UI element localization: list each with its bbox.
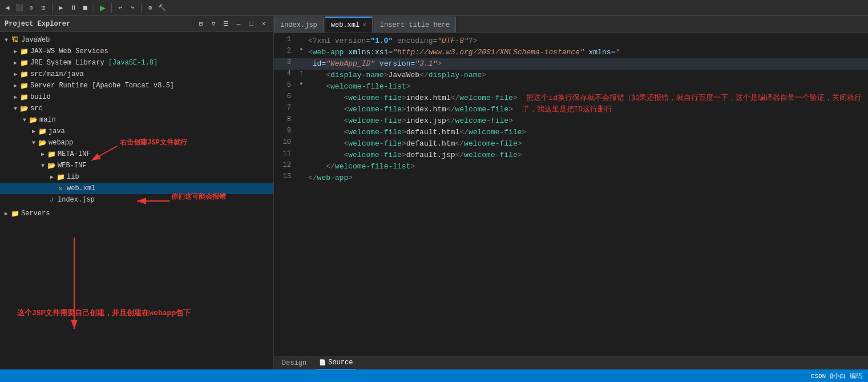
lb-8b: > xyxy=(402,116,406,125)
toolbar-icon-2[interactable]: ⊙ xyxy=(26,3,37,13)
str-2a: "http://www.w3.org/2001/XMLSchema-instan… xyxy=(393,48,584,57)
tab-webxml[interactable]: web.xml × xyxy=(325,17,373,33)
txt-6a: index.html xyxy=(406,94,451,102)
expand-arrow-servers[interactable]: ▶ xyxy=(2,210,10,218)
toolbar-icon-4[interactable]: ▶ xyxy=(56,3,66,13)
xml-pi-2: encoding= xyxy=(393,37,437,45)
line-num-13: 13 xyxy=(274,172,297,180)
code-line-5: 5 ● <welcome-file-list> xyxy=(274,81,868,93)
toolbar-run-icon[interactable]: ▶ xyxy=(98,3,108,13)
code-line-1: 1 <?xml version="1.0" encoding="UTF-8"?> xyxy=(274,35,868,47)
line-content-10: <welcome-file>default.htm</welcome-file> xyxy=(306,138,868,150)
expand-arrow-src2[interactable]: ▼ xyxy=(11,104,19,112)
tree-item-lib[interactable]: ▶ 📁 lib xyxy=(0,171,273,183)
tab-indexjsp[interactable]: index.jsp xyxy=(274,17,324,33)
line-num-1: 1 xyxy=(274,35,297,43)
sidebar-min-icon[interactable]: — xyxy=(233,19,244,29)
tree-label-webapp: webapp xyxy=(49,139,73,147)
tree-item-src[interactable]: ▼ 📂 src xyxy=(0,103,273,114)
tree-label-server: Server Runtime [Apache Tomcat v8.5] xyxy=(30,82,174,90)
lb-3a: > xyxy=(437,59,442,68)
toolbar-sep-1 xyxy=(52,3,53,13)
lb-13a: </ xyxy=(308,174,317,182)
expand-arrow-src[interactable]: ▶ xyxy=(11,70,19,78)
xml-version-1: "1.0" xyxy=(370,37,393,45)
line-num-4: 4 xyxy=(274,70,297,78)
tree-item-indexjsp[interactable]: ▶ J index.jsp xyxy=(0,194,273,206)
tree-item-webapp[interactable]: ▼ 📂 webapp xyxy=(0,137,273,148)
tree-label-src: src xyxy=(30,104,43,112)
expand-arrow-metainf[interactable]: ▶ xyxy=(39,150,47,158)
sidebar-menu-icon[interactable]: ☰ xyxy=(221,19,231,29)
sidebar-tree: ▼ 🏗 JavaWeb ▶ 📁 JAX-WS Web Services ▶ 📁 … xyxy=(0,32,273,369)
expand-arrow-webinf[interactable]: ▼ xyxy=(39,162,47,170)
line-num-11: 11 xyxy=(274,150,297,158)
tree-item-build[interactable]: ▶ 📁 build xyxy=(0,91,273,103)
attr-2b: xmlns= xyxy=(584,48,616,57)
tree-item-metainf[interactable]: ▶ 📁 META-INF xyxy=(0,148,273,160)
toolbar-redo-icon[interactable]: ↪ xyxy=(127,3,138,13)
line-content-8: <welcome-file>index.jsp</welcome-file> xyxy=(306,115,868,127)
tree-label-metainf: META-INF xyxy=(58,150,91,158)
sidebar-filter-icon[interactable]: ▽ xyxy=(208,19,219,29)
lb-4c: </ xyxy=(419,71,429,79)
tree-item-java[interactable]: ▶ 📁 java xyxy=(0,126,273,137)
line-content-6: <welcome-file>index.html</welcome-file> … xyxy=(306,93,868,104)
toolbar-back-icon[interactable]: ◀ xyxy=(2,3,13,13)
lb-7d: > xyxy=(508,105,513,114)
lb-8d: > xyxy=(508,116,513,125)
tree-item-webinf[interactable]: ▼ 📂 WEB-INF xyxy=(0,160,273,171)
code-line-7: 7 <welcome-file>index.htm</welcome-file>… xyxy=(274,104,868,115)
tree-label-webinf: WEB-INF xyxy=(58,162,86,170)
lb-6d: > xyxy=(513,94,518,102)
lb-4a: < xyxy=(326,71,330,79)
toolbar-icon-5[interactable]: ⏸ xyxy=(68,3,78,13)
tree-item-javaweb[interactable]: ▼ 🏗 JavaWeb xyxy=(0,34,273,46)
attr-3a: id= xyxy=(308,59,326,68)
expand-arrow-lib[interactable]: ▶ xyxy=(48,173,56,181)
tab-bar: index.jsp web.xml × Insert title here xyxy=(274,16,868,33)
toolbar-undo-icon[interactable]: ↩ xyxy=(115,3,126,13)
line-content-11: <welcome-file>default.jsp</welcome-file> xyxy=(306,150,868,161)
tree-item-main[interactable]: ▼ 📂 main xyxy=(0,114,273,126)
sidebar-max-icon[interactable]: □ xyxy=(246,19,256,29)
code-line-6: 6 <welcome-file>index.html</welcome-file… xyxy=(274,93,868,104)
toolbar-settings-icon[interactable]: ⚙ xyxy=(145,3,155,13)
tag-9b: welcome-file xyxy=(469,128,522,136)
sidebar-close-icon[interactable]: × xyxy=(259,19,269,29)
toolbar-icon-1[interactable]: ⬛ xyxy=(14,3,25,13)
expand-arrow-webapp[interactable]: ▼ xyxy=(30,139,38,147)
tag-11b: welcome-file xyxy=(464,151,518,159)
tab-webxml-close[interactable]: × xyxy=(362,22,366,29)
toolbar-icon-6[interactable]: ⏹ xyxy=(80,3,90,13)
expand-arrow-server[interactable]: ▶ xyxy=(11,82,19,90)
sidebar-collapse-icon[interactable]: ⊟ xyxy=(196,19,206,29)
tree-item-servers[interactable]: ▶ 📁 Servers xyxy=(0,208,273,219)
tab-inserttitle[interactable]: Insert title here xyxy=(374,17,456,33)
tree-item-webxml[interactable]: ▶ ✕ web.xml xyxy=(0,183,273,194)
str-3b: "3.1" xyxy=(415,59,437,68)
tab-design[interactable]: Design xyxy=(278,356,310,370)
expand-arrow-java[interactable]: ▶ xyxy=(30,127,38,135)
toolbar-build-icon[interactable]: 🔨 xyxy=(157,3,167,13)
toolbar-icon-3[interactable]: ⊡ xyxy=(38,3,49,13)
expand-arrow-build[interactable]: ▶ xyxy=(11,93,19,101)
tree-item-server[interactable]: ▶ 📁 Server Runtime [Apache Tomcat v8.5] xyxy=(0,80,273,91)
tree-item-srcmainjava[interactable]: ▶ 📁 src/main/java xyxy=(0,69,273,80)
tree-item-jaxws[interactable]: ▶ 📁 JAX-WS Web Services xyxy=(0,46,273,57)
tab-source[interactable]: 📄 Source xyxy=(316,356,356,370)
expand-arrow-javaweb[interactable]: ▼ xyxy=(2,36,10,44)
tree-item-jre[interactable]: ▶ 📁 JRE System Library [JavaSE-1.8] xyxy=(0,57,273,69)
line-num-8: 8 xyxy=(274,115,297,123)
expand-arrow-jaxws[interactable]: ▶ xyxy=(11,47,19,55)
toolbar-sep-2 xyxy=(94,3,94,13)
lb-6b: > xyxy=(402,94,406,102)
line-content-5: <welcome-file-list> xyxy=(306,81,868,93)
line-num-10: 10 xyxy=(274,138,297,146)
srcmain-icon: 📁 xyxy=(19,70,29,79)
lb-12a: </ xyxy=(326,162,335,171)
expand-arrow-jre[interactable]: ▶ xyxy=(11,59,19,67)
expand-arrow-indexjsp: ▶ xyxy=(39,196,47,204)
editor-content[interactable]: 1 <?xml version="1.0" encoding="UTF-8"?>… xyxy=(274,33,868,356)
expand-arrow-main[interactable]: ▼ xyxy=(21,116,29,124)
